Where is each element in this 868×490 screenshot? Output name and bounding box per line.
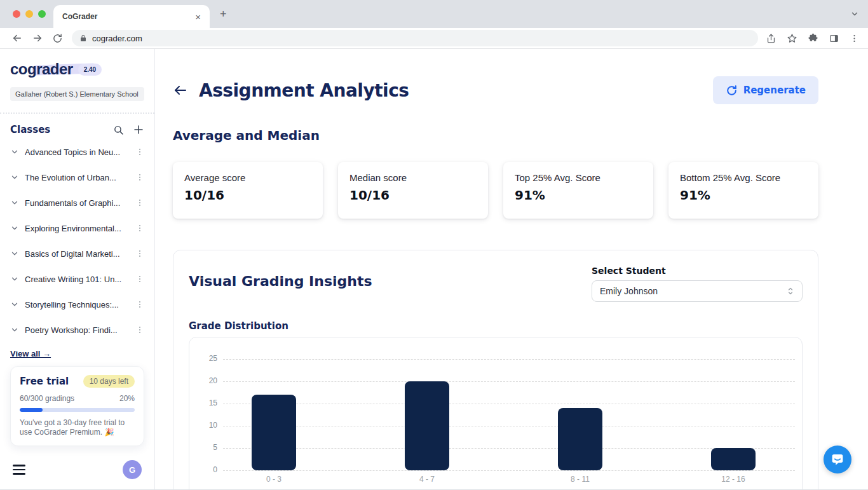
search-icon[interactable] — [113, 125, 124, 135]
kebab-menu-icon[interactable] — [135, 249, 144, 258]
chevron-down-icon[interactable] — [10, 249, 19, 258]
kebab-menu-icon[interactable] — [135, 147, 144, 156]
sidebar-item-class[interactable]: Poetry Workshop: Findi... — [10, 317, 144, 343]
kebab-menu-icon[interactable] — [135, 275, 144, 283]
chevron-down-icon[interactable] — [10, 275, 19, 283]
back-icon[interactable] — [11, 32, 23, 44]
kebab-menu-icon[interactable] — [135, 224, 144, 233]
browser-menu-kebab-icon[interactable] — [850, 34, 859, 43]
class-name: Poetry Workshop: Findi... — [25, 325, 130, 335]
window-controls[interactable] — [13, 10, 46, 18]
chart-bar[interactable] — [558, 408, 602, 470]
divider — [0, 112, 154, 114]
sidebar-item-class[interactable]: Basics of Digital Marketi... — [10, 241, 144, 266]
trial-progress-bar — [20, 408, 135, 412]
chart-bar[interactable] — [711, 448, 756, 470]
regenerate-label: Regenerate — [743, 85, 806, 96]
minimize-window-button[interactable] — [25, 10, 33, 18]
x-axis-tick: 12 - 16 — [705, 475, 762, 484]
chevron-down-icon[interactable] — [10, 224, 19, 233]
x-axis-tick: 0 - 3 — [245, 475, 302, 484]
url-bar[interactable]: cograder.com — [72, 30, 758, 46]
forward-icon[interactable] — [32, 32, 43, 44]
classes-heading: Classes — [10, 124, 104, 135]
browser-tabstrip: CoGrader × + — [0, 0, 868, 28]
trial-title: Free trial — [20, 376, 69, 387]
sidebar-item-class[interactable]: Creative Writing 101: Un... — [10, 266, 144, 292]
chart-bar[interactable] — [252, 395, 296, 470]
browser-tab[interactable]: CoGrader × — [53, 5, 210, 28]
maximize-window-button[interactable] — [38, 10, 46, 18]
add-class-plus-icon[interactable] — [133, 124, 144, 135]
back-arrow-icon[interactable] — [173, 83, 188, 98]
chevron-down-icon[interactable] — [10, 300, 19, 309]
sidebar-item-class[interactable]: Advanced Topics in Neu... — [10, 139, 144, 165]
kebab-menu-icon[interactable] — [135, 198, 144, 207]
sidebar-item-class[interactable]: The Evolution of Urban... — [10, 165, 144, 190]
chevron-down-icon[interactable] — [10, 147, 19, 156]
insights-title: Visual Grading Insights — [189, 273, 372, 289]
chat-launcher-button[interactable] — [824, 446, 851, 473]
side-panel-icon[interactable] — [829, 33, 839, 44]
sidebar-item-class[interactable]: Exploring Environmental... — [10, 215, 144, 241]
chevron-down-icon[interactable] — [10, 198, 19, 207]
hamburger-menu-icon[interactable] — [13, 462, 25, 477]
stat-card: Bottom 25% Avg. Score91% — [668, 162, 818, 219]
view-all-link[interactable]: View all → — [10, 349, 51, 358]
refresh-icon — [726, 85, 738, 97]
share-icon[interactable] — [766, 33, 776, 44]
select-chevrons-icon — [787, 287, 794, 296]
class-name: Exploring Environmental... — [25, 224, 130, 233]
sidebar: cograder 2.40 Gallaher (Robert S.) Eleme… — [0, 49, 155, 489]
regenerate-button[interactable]: Regenerate — [713, 76, 818, 104]
y-axis-tick: 15 — [189, 398, 217, 407]
new-tab-button[interactable]: + — [220, 8, 227, 20]
school-name: Gallaher (Robert S.) Elementary School — [10, 87, 144, 101]
y-axis-tick: 20 — [189, 376, 217, 385]
gridline — [223, 470, 795, 471]
gridline — [223, 381, 795, 382]
tab-search-chevron-icon[interactable] — [850, 10, 859, 18]
version-badge: 2.40 — [78, 64, 102, 76]
class-name: Creative Writing 101: Un... — [25, 275, 130, 284]
class-name: Basics of Digital Marketi... — [25, 249, 130, 259]
chevron-down-icon[interactable] — [10, 325, 19, 334]
screen: CoGrader × + cograder.com — [0, 0, 868, 490]
student-select[interactable]: Emily Johnson — [592, 280, 803, 302]
stat-card: Median score10/16 — [338, 162, 488, 219]
kebab-menu-icon[interactable] — [135, 300, 144, 309]
section-heading-average-median: Average and Median — [173, 128, 818, 143]
select-student-label: Select Student — [592, 266, 803, 276]
kebab-menu-icon[interactable] — [135, 325, 144, 334]
class-name: Storytelling Techniques:... — [25, 300, 130, 310]
gridline — [223, 448, 795, 449]
stat-value: 91% — [680, 187, 807, 203]
grade-distribution-heading: Grade Distribution — [189, 320, 803, 332]
sidebar-item-class[interactable]: Fundamentals of Graphi... — [10, 190, 144, 215]
chevron-down-icon[interactable] — [10, 173, 19, 182]
bookmark-star-icon[interactable] — [787, 33, 797, 44]
y-axis-tick: 10 — [189, 421, 217, 430]
class-name: Advanced Topics in Neu... — [25, 147, 130, 157]
selected-student-value: Emily Johnson — [600, 286, 787, 296]
y-axis-tick: 5 — [189, 443, 217, 452]
class-list: Advanced Topics in Neu...The Evolution o… — [10, 139, 144, 343]
main-content: Assignment Analytics Regenerate Average … — [155, 49, 868, 489]
kebab-menu-icon[interactable] — [135, 173, 144, 182]
free-trial-card: Free trial 10 days left 60/300 gradings … — [10, 366, 144, 446]
tab-close-icon[interactable]: × — [193, 11, 203, 22]
extensions-puzzle-icon[interactable] — [808, 33, 818, 44]
page-title: Assignment Analytics — [199, 80, 713, 101]
lock-icon — [79, 34, 87, 42]
gridline — [223, 404, 795, 404]
y-axis-tick: 25 — [189, 354, 217, 363]
close-window-button[interactable] — [13, 10, 20, 18]
gridline — [223, 426, 795, 426]
avatar[interactable]: G — [123, 460, 142, 479]
x-axis-tick: 4 - 7 — [398, 475, 456, 484]
stat-value: 10/16 — [349, 187, 477, 203]
reload-icon[interactable] — [52, 33, 63, 44]
sidebar-item-class[interactable]: Storytelling Techniques:... — [10, 292, 144, 317]
chart-bar[interactable] — [405, 381, 449, 470]
stat-card: Top 25% Avg. Score91% — [503, 162, 653, 219]
